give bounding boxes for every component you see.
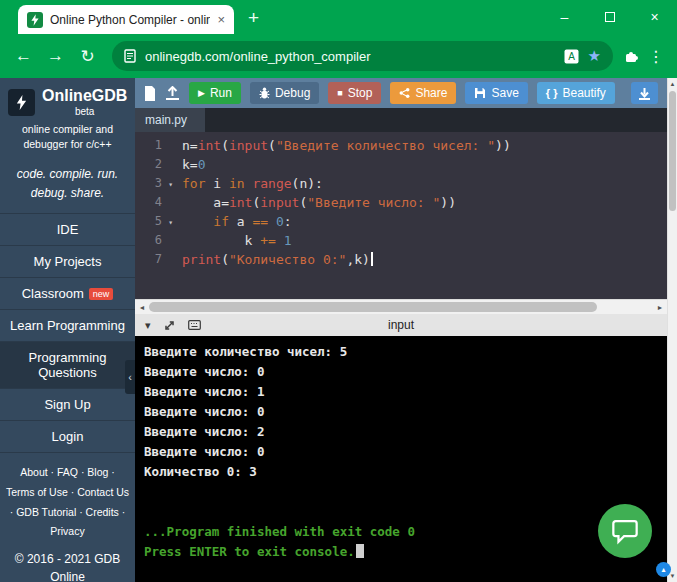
sidebar: OnlineGDB beta online compiler and debug… bbox=[0, 78, 135, 582]
console-line bbox=[144, 502, 658, 522]
browser-tab[interactable]: Online Python Compiler - online × bbox=[18, 5, 234, 34]
sidebar-item-sign-up[interactable]: Sign Up bbox=[0, 389, 135, 421]
code-line[interactable]: a=int(input("Введите число: ")) bbox=[182, 193, 511, 212]
chat-widget-button[interactable] bbox=[598, 504, 652, 558]
beautify-label: Beautify bbox=[562, 86, 605, 100]
scroll-right-icon[interactable]: ► bbox=[653, 300, 667, 314]
reload-icon[interactable]: ↻ bbox=[74, 46, 101, 67]
code-line[interactable]: for i in range(n): bbox=[182, 174, 511, 193]
code-token: 1 bbox=[284, 233, 292, 248]
code-line[interactable]: n=int(input("Введите количество чисел: "… bbox=[182, 136, 511, 155]
chat-bubble-icon bbox=[611, 518, 639, 545]
save-button[interactable]: Save bbox=[465, 82, 527, 104]
sidebar-item-ide[interactable]: IDE bbox=[0, 214, 135, 246]
onlinegdb-logo[interactable]: OnlineGDB beta bbox=[0, 78, 135, 119]
console-keyboard-icon[interactable] bbox=[188, 320, 201, 330]
run-label: Run bbox=[210, 86, 232, 100]
browser-actions: ⋮ bbox=[624, 47, 667, 66]
code-token: += bbox=[260, 233, 276, 248]
stop-button[interactable]: ■ Stop bbox=[328, 82, 381, 104]
run-button[interactable]: ▶ Run bbox=[189, 82, 241, 104]
play-icon: ▶ bbox=[198, 88, 205, 98]
code-token: a bbox=[229, 214, 252, 229]
fold-widget-icon[interactable]: ▾ bbox=[168, 175, 173, 194]
debug-button[interactable]: Debug bbox=[250, 82, 319, 104]
window-close-button[interactable]: × bbox=[632, 0, 677, 34]
footer-link-privacy[interactable]: Privacy bbox=[50, 525, 84, 537]
share-label: Share bbox=[415, 86, 447, 100]
sidebar-item-classroom[interactable]: Classroomnew bbox=[0, 278, 135, 310]
editor-horizontal-scrollbar[interactable]: ◄ ► bbox=[135, 299, 667, 314]
code-token: for bbox=[182, 176, 205, 191]
page-scrollbar[interactable]: ▲ ▼ bbox=[667, 78, 677, 582]
code-editor[interactable]: 123▾45▾67 n=int(input("Введите количеств… bbox=[135, 132, 667, 299]
page-scrollbar-thumb[interactable] bbox=[669, 91, 676, 211]
tagline-primary: online compiler and debugger for c/c++ bbox=[0, 119, 135, 152]
sidebar-item-programming-questions[interactable]: Programming Questions bbox=[0, 342, 135, 389]
page-info-icon[interactable] bbox=[124, 49, 136, 63]
console-collapse-icon[interactable]: ▾ bbox=[145, 319, 151, 332]
code-token: i bbox=[205, 176, 228, 191]
forward-icon[interactable]: → bbox=[42, 46, 69, 66]
code-token: a= bbox=[182, 195, 229, 210]
code-token: int bbox=[198, 138, 221, 153]
code-line[interactable]: k += 1 bbox=[182, 231, 511, 250]
footer-link-about[interactable]: About bbox=[20, 466, 47, 478]
beta-label: beta bbox=[42, 106, 127, 117]
chat-scroll-badge[interactable]: ▴ bbox=[656, 562, 671, 577]
browser-menu-icon[interactable]: ⋮ bbox=[645, 47, 667, 66]
code-line[interactable]: if a == 0: bbox=[182, 212, 511, 231]
code-token: ,k) bbox=[346, 252, 369, 267]
code-token bbox=[268, 214, 276, 229]
sidebar-item-my-projects[interactable]: My Projects bbox=[0, 246, 135, 278]
save-label: Save bbox=[491, 86, 518, 100]
sidebar-collapse-handle[interactable]: ‹ bbox=[125, 360, 135, 394]
url-text[interactable]: onlinegdb.com/online_python_compiler bbox=[145, 49, 555, 64]
beautify-button[interactable]: { } Beautify bbox=[537, 82, 615, 104]
code-token: input bbox=[260, 195, 299, 210]
console-expand-icon[interactable] bbox=[164, 320, 175, 331]
editor-toolbar: ▶ Run Debug ■ Stop Share bbox=[135, 78, 667, 108]
code-token: )) bbox=[495, 138, 511, 153]
footer-link-contact-us[interactable]: Contact Us bbox=[77, 486, 129, 498]
new-file-icon[interactable] bbox=[144, 86, 156, 101]
console-output[interactable]: Введите количество чисел: 5Введите число… bbox=[135, 336, 667, 582]
address-bar[interactable]: onlinegdb.com/online_python_compiler A ★ bbox=[112, 41, 613, 71]
share-button[interactable]: Share bbox=[390, 82, 456, 104]
translate-icon[interactable]: A bbox=[564, 49, 579, 64]
code-token: "Введите количество чисел: " bbox=[276, 138, 495, 153]
footer-link-faq[interactable]: FAQ bbox=[57, 466, 78, 478]
extensions-puzzle-icon[interactable] bbox=[624, 49, 639, 64]
footer-link-credits[interactable]: Credits bbox=[86, 506, 119, 518]
footer-link-terms-of-use[interactable]: Terms of Use bbox=[6, 486, 68, 498]
scroll-left-icon[interactable]: ◄ bbox=[135, 300, 149, 314]
sidebar-item-learn-programming[interactable]: Learn Programming bbox=[0, 310, 135, 342]
code-line[interactable]: print("Количество 0:",k) bbox=[182, 250, 511, 269]
code-line[interactable]: k=0 bbox=[182, 155, 511, 174]
footer-link-gdb-tutorial[interactable]: GDB Tutorial bbox=[16, 506, 76, 518]
sidebar-item-label: Classroom bbox=[22, 286, 84, 301]
open-upload-icon[interactable] bbox=[165, 86, 180, 100]
footer-link-blog[interactable]: Blog bbox=[87, 466, 108, 478]
horizontal-scrollbar-thumb[interactable] bbox=[149, 302, 597, 312]
browser-window: Online Python Compiler - online × + – × … bbox=[0, 0, 677, 582]
sidebar-item-label: My Projects bbox=[34, 254, 102, 269]
stop-label: Stop bbox=[348, 86, 373, 100]
fold-widget-icon[interactable]: ▾ bbox=[168, 213, 173, 232]
back-icon[interactable]: ← bbox=[10, 46, 37, 66]
window-minimize-button[interactable]: – bbox=[542, 0, 587, 34]
bookmark-star-icon[interactable]: ★ bbox=[588, 47, 601, 65]
sidebar-item-login[interactable]: Login bbox=[0, 421, 135, 453]
tab-close-icon[interactable]: × bbox=[217, 12, 225, 27]
tagline-secondary: code. compile. run. debug. share. bbox=[0, 152, 135, 212]
code-token: "Введите число: " bbox=[307, 195, 440, 210]
scroll-up-icon[interactable]: ▲ bbox=[668, 78, 677, 90]
bug-icon bbox=[259, 87, 270, 99]
console-line: Press ENTER to exit console. bbox=[144, 542, 658, 562]
window-maximize-button[interactable] bbox=[587, 0, 632, 34]
new-tab-button[interactable]: + bbox=[248, 7, 259, 29]
editor-tab-mainpy[interactable]: main.py bbox=[135, 108, 205, 132]
download-button[interactable] bbox=[631, 82, 658, 104]
ide-main: ▶ Run Debug ■ Stop Share bbox=[135, 78, 667, 582]
editor-code[interactable]: n=int(input("Введите количество чисел: "… bbox=[175, 132, 511, 299]
